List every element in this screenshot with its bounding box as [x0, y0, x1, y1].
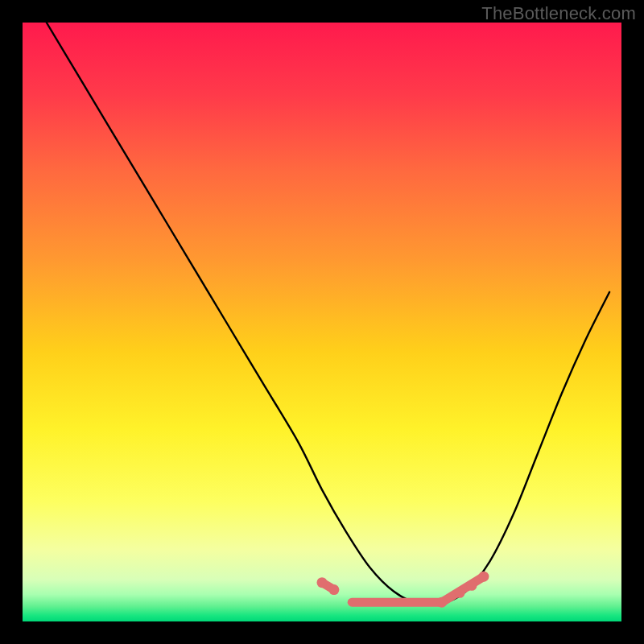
chart-stage: TheBottleneck.com	[0, 0, 644, 644]
svg-point-5	[467, 580, 477, 591]
svg-point-3	[436, 597, 447, 608]
plot-area	[23, 23, 621, 621]
svg-point-1	[317, 577, 328, 588]
svg-point-2	[328, 584, 339, 595]
watermark-text: TheBottleneck.com	[481, 3, 636, 24]
svg-point-6	[478, 572, 489, 582]
svg-point-4	[455, 588, 465, 598]
highlight-overlay	[23, 23, 621, 621]
